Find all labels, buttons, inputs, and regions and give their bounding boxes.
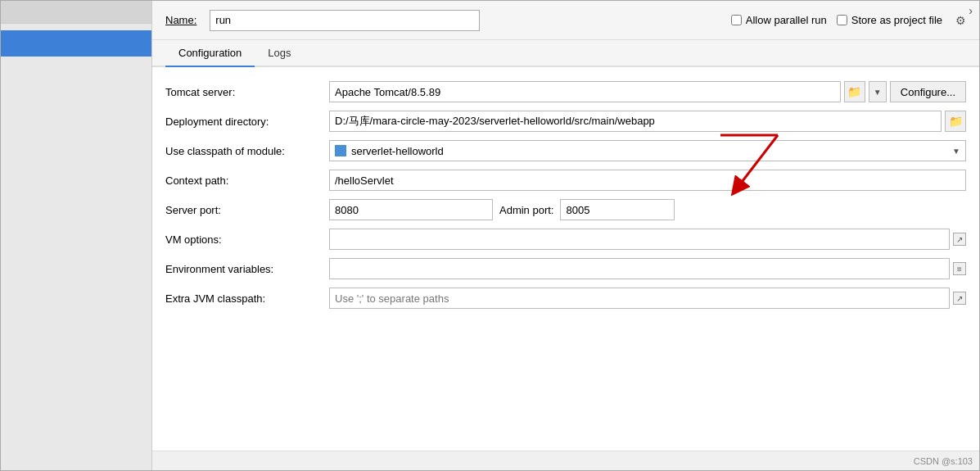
deployment-directory-input[interactable] [329,111,942,132]
server-port-row: Server port: Admin port: [165,198,966,221]
extra-jvm-expand-btn[interactable]: ↗ [953,292,966,305]
expand-icon: ↗ [956,235,963,244]
env-variables-input[interactable] [329,258,950,279]
credit-text: CSDN @s:103 [914,456,973,466]
settings-icon[interactable]: ⚙ [955,14,966,27]
tab-logs[interactable]: Logs [255,40,304,67]
deployment-folder-btn[interactable]: 📁 [945,111,966,132]
tomcat-server-control: 📁 ▼ Configure... [329,81,966,102]
allow-parallel-label: Allow parallel run [746,14,827,26]
config-form: Tomcat server: 📁 ▼ Configure... Deployme… [152,67,979,451]
allow-parallel-checkbox[interactable] [731,15,742,25]
top-bar: Name: Allow parallel run Store as projec… [152,1,979,40]
vm-options-control: ↗ [329,229,966,250]
store-as-project-label: Store as project file [851,14,942,26]
server-port-label: Server port: [165,204,329,216]
module-icon [335,145,346,156]
server-port-input[interactable] [329,199,493,220]
dropdown-arrow-icon: ▼ [874,88,882,97]
classpath-module-label: Use classpath of module: [165,145,329,157]
module-name: serverlet-helloworld [351,145,947,157]
admin-port-input[interactable] [560,199,675,220]
extra-jvm-input[interactable] [329,288,950,309]
module-dropdown-icon: ▼ [952,147,960,156]
port-group: Admin port: [329,199,966,220]
vm-options-input[interactable] [329,229,950,250]
tomcat-server-row: Tomcat server: 📁 ▼ Configure... [165,80,966,103]
env-variables-edit-btn[interactable]: ≡ [953,262,966,275]
extra-jvm-control: ↗ [329,288,966,309]
tomcat-server-input[interactable] [329,81,841,102]
textarea-icon: ≡ [957,265,962,274]
deployment-directory-control: 📁 [329,111,966,132]
vm-options-label: VM options: [165,233,329,246]
server-port-control: Admin port: [329,199,966,220]
extra-jvm-label: Extra JVM classpath: [165,292,329,305]
module-select[interactable]: serverlet-helloworld ▼ [329,140,966,161]
tomcat-server-label: Tomcat server: [165,86,329,98]
tab-configuration[interactable]: Configuration [165,40,255,67]
env-variables-row: Environment variables: ≡ [165,257,966,280]
context-path-control [329,170,966,191]
folder-icon-2: 📁 [949,115,963,128]
vm-options-row: VM options: ↗ [165,228,966,251]
context-path-input[interactable] [329,170,966,191]
classpath-module-control: serverlet-helloworld ▼ [329,140,966,161]
admin-port-label: Admin port: [499,204,553,216]
allow-parallel-group: Allow parallel run [731,14,827,26]
tabs-bar: Configuration Logs [152,40,979,67]
env-variables-input-group: ≡ [329,258,966,279]
store-as-project-group: Store as project file [837,14,942,26]
main-content: › Name: Allow parallel run Store as proj… [152,1,979,470]
store-as-project-checkbox[interactable] [837,15,847,25]
context-path-label: Context path: [165,174,329,187]
dialog-window: › Name: Allow parallel run Store as proj… [0,0,980,471]
extra-jvm-input-group: ↗ [329,288,966,309]
classpath-module-row: Use classpath of module: serverlet-hello… [165,139,966,162]
sidebar-active-item[interactable] [1,30,151,57]
bottom-bar: CSDN @s:103 [152,451,979,470]
context-path-row: Context path: [165,169,966,192]
name-input[interactable] [210,10,480,31]
tomcat-folder-btn[interactable]: 📁 [844,81,865,102]
env-variables-control: ≡ [329,258,966,279]
deployment-directory-label: Deployment directory: [165,115,329,128]
folder-icon: 📁 [847,85,861,98]
deployment-directory-row: Deployment directory: 📁 [165,110,966,133]
vm-options-expand-btn[interactable]: ↗ [953,233,966,246]
extra-jvm-row: Extra JVM classpath: ↗ [165,287,966,310]
vm-options-input-group: ↗ [329,229,966,250]
configure-button[interactable]: Configure... [890,81,966,102]
collapse-icon[interactable]: › [969,4,973,17]
name-label: Name: [165,14,196,26]
tomcat-dropdown-arrow[interactable]: ▼ [869,81,887,102]
sidebar [1,1,152,470]
sidebar-top-bar [1,1,151,24]
env-variables-label: Environment variables: [165,263,329,275]
extra-jvm-expand-icon: ↗ [956,294,963,303]
